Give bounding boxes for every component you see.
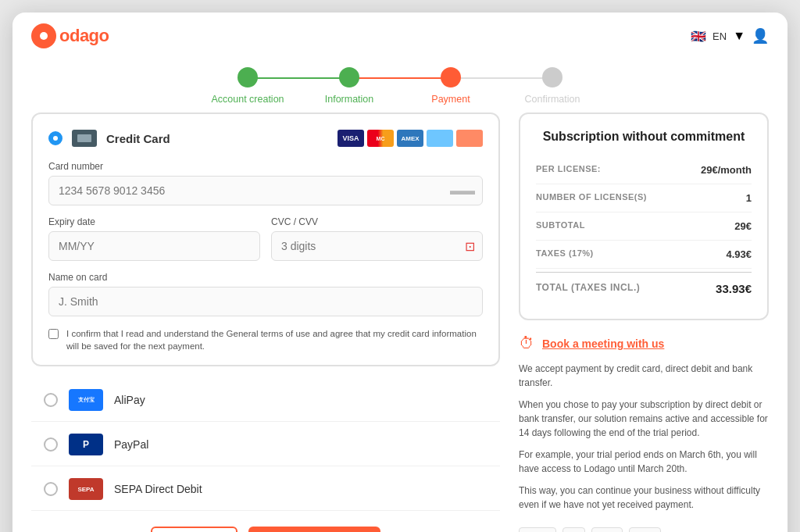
alipay-logo: 支付宝 bbox=[69, 389, 103, 411]
step-dot-2 bbox=[339, 67, 359, 87]
amex-logo: AMEX bbox=[397, 130, 423, 147]
cvc-icon: ⊡ bbox=[465, 239, 475, 254]
mastercard-logo: MC bbox=[367, 130, 394, 147]
lang-selector[interactable]: EN bbox=[712, 30, 727, 42]
step-label-4: Confirmation bbox=[525, 94, 580, 105]
credit-card-header: Credit Card VISA MC AMEX bbox=[48, 130, 483, 147]
credit-card-label: Credit Card bbox=[106, 132, 170, 145]
card-logos: VISA MC AMEX bbox=[338, 130, 483, 147]
alipay-radio[interactable] bbox=[44, 393, 58, 407]
terms-label: I confirm that I read and understand the… bbox=[66, 327, 483, 352]
stepper: Account creation Information Payment Con… bbox=[12, 48, 788, 112]
ah-logo: AH bbox=[562, 527, 584, 532]
sub-row-3: TAXES (17%) 4.93€ bbox=[536, 241, 752, 269]
sub-row-0: PER LICENSE: 29€/month bbox=[536, 156, 752, 184]
visa-logo: VISA bbox=[338, 130, 364, 147]
right-panel: Subscription without commitment PER LICE… bbox=[519, 112, 769, 532]
buttons-row: Previous 🔒 Place my order bbox=[31, 527, 500, 532]
cvc-label: CVC / CVV bbox=[271, 216, 483, 227]
alt-methods: 支付宝 AliPay P PayPal SEPA SEPA Direct Deb… bbox=[31, 379, 500, 511]
step-dot-4 bbox=[542, 67, 562, 87]
flag-icon: 🇬🇧 bbox=[691, 29, 706, 44]
place-order-button[interactable]: 🔒 Place my order bbox=[248, 527, 380, 532]
previous-button[interactable]: Previous bbox=[151, 527, 238, 532]
sub-value-3: 4.93€ bbox=[726, 248, 752, 260]
user-icon: 👤 bbox=[752, 27, 769, 45]
sub-row-4: TOTAL (TAXES INCL.) 33.93€ bbox=[536, 272, 752, 303]
sub-label-1: NUMBER OF LICENSE(S) bbox=[536, 192, 647, 204]
sepa-label: SEPA Direct Debit bbox=[114, 483, 202, 495]
expiry-input[interactable] bbox=[48, 231, 260, 261]
sub-value-2: 29€ bbox=[734, 220, 752, 232]
subscription-box: Subscription without commitment PER LICE… bbox=[519, 112, 769, 320]
step-label-2: Information bbox=[325, 94, 374, 105]
cvc-group: CVC / CVV ⊡ bbox=[271, 216, 483, 261]
alipay-label: AliPay bbox=[114, 394, 145, 406]
chevron-down-icon: ▼ bbox=[733, 29, 745, 43]
book-meeting-link[interactable]: Book a meeting with us bbox=[542, 337, 664, 350]
app-window: odago 🇬🇧 EN ▼ 👤 Account creation Informa… bbox=[12, 12, 788, 532]
step-label-1: Account creation bbox=[211, 94, 284, 105]
sub-row-1: NUMBER OF LICENSE(S) 1 bbox=[536, 184, 752, 212]
book-meeting-row: ⏱ Book a meeting with us bbox=[519, 334, 769, 352]
terms-checkbox[interactable] bbox=[48, 329, 59, 339]
step-payment: Payment bbox=[400, 67, 502, 105]
bacs-logo: Dbacs bbox=[629, 527, 661, 532]
paypal-label: PayPal bbox=[114, 438, 148, 451]
card-number-input[interactable] bbox=[48, 176, 483, 205]
info-text-1: When you chose to pay your subscription … bbox=[519, 398, 769, 440]
logo-text: odago bbox=[59, 26, 109, 46]
sub-value-0: 29€/month bbox=[701, 164, 752, 176]
sub-value-4: 33.93€ bbox=[716, 282, 752, 295]
logo: odago bbox=[31, 23, 109, 48]
sub-value-1: 1 bbox=[746, 192, 752, 204]
card-number-label: Card number bbox=[48, 161, 483, 172]
sub-label-0: PER LICENSE: bbox=[536, 164, 601, 176]
step-dot-1 bbox=[238, 67, 258, 87]
sepa-payment-logo: SEPA bbox=[591, 527, 623, 532]
credit-card-section: Credit Card VISA MC AMEX Card number ▬▬ bbox=[31, 112, 500, 366]
subscription-title: Subscription without commitment bbox=[536, 130, 752, 144]
payment-logos: VirementBancaire AH SEPA Dbacs bbox=[519, 527, 769, 532]
virement-logo: VirementBancaire bbox=[519, 527, 556, 532]
sub-label-2: SUBTOTAL bbox=[536, 220, 585, 232]
info-text-2: For example, your trial period ends on M… bbox=[519, 448, 769, 476]
sepa-radio[interactable] bbox=[44, 482, 58, 496]
card-number-wrap: ▬▬ bbox=[48, 176, 483, 205]
info-text-0: We accept payment by credit card, direct… bbox=[519, 362, 769, 390]
alipay-method[interactable]: 支付宝 AliPay bbox=[31, 379, 500, 422]
paypal-method[interactable]: P PayPal bbox=[31, 423, 500, 466]
credit-card-radio[interactable] bbox=[48, 131, 62, 145]
step-confirmation: Confirmation bbox=[502, 67, 603, 105]
sub-label-3: TAXES (17%) bbox=[536, 248, 594, 260]
header-right: 🇬🇧 EN ▼ 👤 bbox=[691, 27, 769, 45]
left-panel: Credit Card VISA MC AMEX Card number ▬▬ bbox=[31, 112, 500, 532]
terms-checkbox-row: I confirm that I read and understand the… bbox=[48, 327, 483, 352]
sepa-method[interactable]: SEPA SEPA Direct Debit bbox=[31, 468, 500, 511]
name-label: Name on card bbox=[48, 272, 483, 283]
clock-icon: ⏱ bbox=[519, 334, 534, 352]
paypal-radio[interactable] bbox=[44, 437, 58, 452]
sub-row-2: SUBTOTAL 29€ bbox=[536, 212, 752, 241]
step-label-3: Payment bbox=[431, 94, 470, 105]
credit-card-icon bbox=[72, 130, 97, 147]
card-logo-4 bbox=[427, 130, 453, 147]
name-input[interactable] bbox=[48, 287, 483, 316]
step-dot-3 bbox=[441, 67, 461, 87]
card-logo-5 bbox=[456, 130, 483, 147]
expiry-group: Expiry date bbox=[48, 216, 260, 261]
info-text-3: This way, you can continue your business… bbox=[519, 484, 769, 512]
cvc-wrap: ⊡ bbox=[271, 231, 483, 261]
paypal-logo: P bbox=[69, 434, 103, 455]
step-information: Information bbox=[298, 67, 400, 105]
cvc-input[interactable] bbox=[271, 231, 483, 261]
name-group: Name on card bbox=[48, 272, 483, 316]
logo-icon bbox=[31, 23, 56, 48]
header: odago 🇬🇧 EN ▼ 👤 bbox=[12, 12, 788, 48]
expiry-label: Expiry date bbox=[48, 216, 260, 227]
step-account-creation: Account creation bbox=[197, 67, 298, 105]
logo-dot bbox=[40, 32, 48, 40]
main-content: Credit Card VISA MC AMEX Card number ▬▬ bbox=[12, 112, 788, 532]
expiry-cvc-row: Expiry date CVC / CVV ⊡ bbox=[48, 216, 483, 261]
card-number-group: Card number ▬▬ bbox=[48, 161, 483, 205]
